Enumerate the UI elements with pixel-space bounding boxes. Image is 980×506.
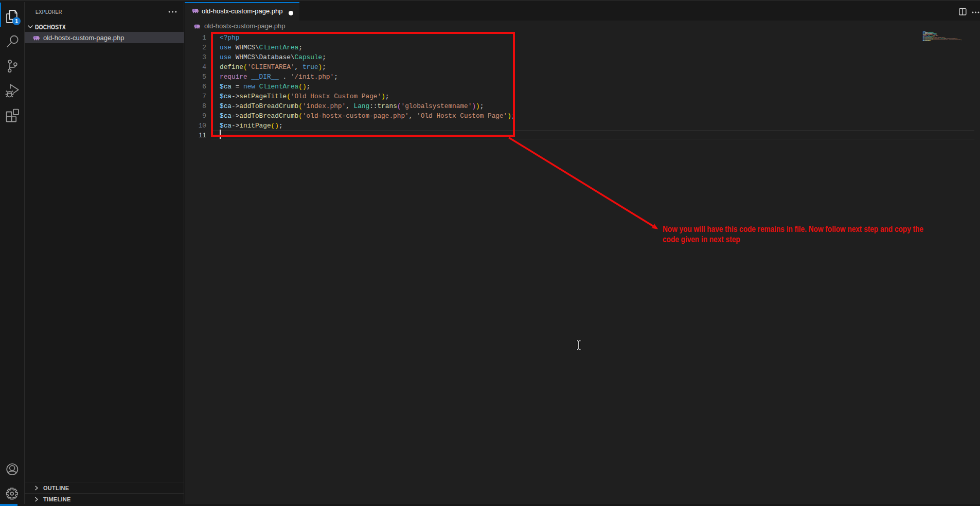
svg-text:1: 1	[15, 18, 19, 24]
